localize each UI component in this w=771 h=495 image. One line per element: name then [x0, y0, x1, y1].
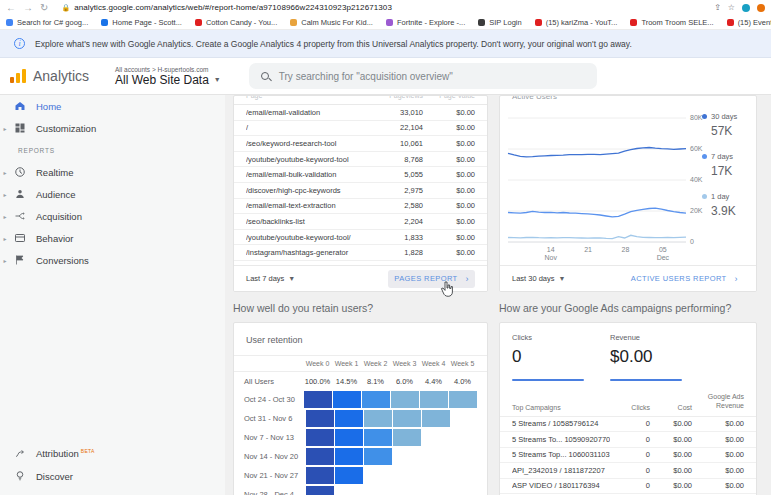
retention-week-header: Week 4 [419, 360, 448, 367]
retention-percent-value: 4.4% [419, 377, 448, 386]
sidebar-item-realtime[interactable]: ▸Realtime [0, 161, 225, 183]
pages-report-link[interactable]: PAGES REPORT › [388, 270, 475, 288]
pageviews-value: 1,828 [361, 248, 423, 257]
favicon [101, 19, 108, 26]
page-path: /youtube/youtube-keyword-tool [246, 155, 361, 164]
expand-chevron-icon[interactable]: ▸ [0, 213, 10, 220]
retention-heat-cell [364, 448, 392, 465]
ads-metric-clicks[interactable]: Clicks0 [512, 333, 584, 381]
behavior-icon [13, 231, 27, 245]
expand-chevron-icon[interactable]: ▸ [0, 169, 10, 176]
pageviews-value: 2,204 [361, 217, 423, 226]
sidebar-item-audience[interactable]: ▸Audience [0, 183, 225, 205]
retention-heat-cell [333, 391, 361, 408]
bookmark-item[interactable]: Home Page - Scott... [101, 18, 182, 27]
analytics-header: Analytics All accounts > H-supertools.co… [0, 58, 771, 95]
page-value: $0.00 [423, 139, 475, 148]
cohort-cells [306, 467, 363, 484]
bookmark-item[interactable]: Troom Troom SELE... [630, 18, 713, 27]
bookmark-item[interactable]: Fortnite - Explore -... [386, 18, 465, 27]
campaign-clicks: 0 [610, 481, 650, 490]
col-page: Page [246, 96, 361, 99]
metric-underline [512, 379, 584, 381]
bookmark-item[interactable]: Cotton Candy - You... [195, 18, 277, 27]
account-switcher[interactable]: All accounts > H-supertools.com All Web … [115, 66, 221, 87]
pages-table-row: /seo/keyword-research-tool10,061$0.00 [234, 136, 487, 152]
bookmark-star-icon[interactable]: ☆ [728, 3, 735, 12]
sidebar-item-label: Audience [36, 189, 76, 200]
forward-icon[interactable]: → [23, 3, 33, 13]
reports-section-label: REPORTS [0, 139, 225, 161]
campaign-cost: $0.00 [650, 419, 692, 428]
metric-value: $0.00 [610, 347, 682, 367]
campaign-row: 5 Streams Top... 106003110370$0.00$0.00 [500, 448, 756, 464]
sidebar-item-discover[interactable]: Discover [0, 465, 225, 487]
active-users-range-selector[interactable]: Last 30 days ▼ [512, 274, 565, 283]
expand-chevron-icon[interactable]: ▸ [0, 191, 10, 198]
url-text[interactable]: analytics.google.com/analytics/web/#/rep… [74, 3, 706, 12]
campaigns-table-header: Top CampaignsClicksCostGoogle AdsRevenue [500, 381, 756, 417]
google-analytics-home-screenshot: ← → ↻ 🔒 analytics.google.com/analytics/w… [0, 0, 771, 495]
sidebar-item-label: Behavior [36, 233, 74, 244]
retention-week-header: Week 3 [390, 360, 419, 367]
page-value: $0.00 [423, 155, 475, 164]
bookmark-item[interactable]: (15) kariZma - YouT... [535, 18, 618, 27]
bookmark-item[interactable]: (15) Events and Fac... [727, 18, 771, 27]
expand-chevron-icon[interactable]: ▸ [0, 235, 10, 242]
bookmark-item[interactable]: Search for C# goog... [6, 18, 88, 27]
brand-title[interactable]: Analytics [33, 68, 89, 84]
sidebar-nav: Home▸CustomizationREPORTS▸Realtime▸Audie… [0, 95, 225, 495]
back-icon[interactable]: ← [6, 3, 16, 13]
sidebar-item-customization[interactable]: ▸Customization [0, 117, 225, 139]
y-axis-tick: 0 [690, 238, 714, 245]
realtime-icon [13, 165, 27, 179]
property-name: All Web Site Data [115, 73, 209, 87]
active-users-report-link[interactable]: ACTIVE USERS REPORT › [625, 270, 744, 288]
attribution-icon [13, 447, 27, 461]
sidebar-item-attribution[interactable]: AttributionBETA [0, 443, 225, 465]
share-icon[interactable]: ⇪ [714, 3, 721, 12]
retention-heat-cell [362, 391, 390, 408]
reload-icon[interactable]: ↻ [40, 3, 48, 13]
ga4-upgrade-banner: i Explore what's new with Google Analyti… [0, 30, 771, 58]
analytics-logo-icon[interactable] [10, 69, 26, 83]
pages-table-row: /email/email-bulk-validation5,055$0.00 [234, 167, 487, 183]
sidebar-item-label: Acquisition [36, 211, 82, 222]
retention-week-header: Week 2 [361, 360, 390, 367]
col-page-value: Page Value [423, 96, 475, 99]
bookmark-item[interactable]: Calm Music For Kid... [290, 18, 373, 27]
favicon [195, 19, 202, 26]
legend-label: 30 days [711, 112, 737, 121]
extension-icon[interactable] [757, 4, 765, 12]
account-path: All accounts > H-supertools.com [115, 66, 221, 73]
campaign-revenue: $0.00 [692, 419, 744, 428]
retention-heat-cell [364, 429, 392, 446]
sidebar-item-conversions[interactable]: ▸Conversions [0, 249, 225, 271]
extension-icon[interactable] [742, 4, 750, 12]
x-axis-tick: 14Nov [536, 246, 566, 263]
pages-table-row: /22,104$0.00 [234, 121, 487, 137]
expand-chevron-icon[interactable]: ▸ [0, 125, 10, 132]
retention-cohort-row: Oct 24 - Oct 30 [234, 390, 487, 409]
pages-range-selector[interactable]: Last 7 days ▼ [246, 274, 295, 283]
sidebar-item-behavior[interactable]: ▸Behavior [0, 227, 225, 249]
campaign-row: API_2342019 / 18118722070$0.00$0.00 [500, 463, 756, 479]
page-value: $0.00 [423, 217, 475, 226]
legend-dot-icon [702, 114, 707, 119]
cohort-date-label: Oct 31 - Nov 6 [244, 414, 306, 423]
retention-week-header: Week 5 [448, 360, 477, 367]
ads-metric-revenue[interactable]: Revenue$0.00 [610, 333, 682, 381]
retention-cohort-row: Nov 28 - Dec 4 [234, 485, 487, 495]
pageviews-value: 5,055 [361, 170, 423, 179]
bookmark-item[interactable]: SIP Login [478, 18, 521, 27]
user-retention-card: User retention Week 0Week 1Week 2Week 3W… [233, 322, 488, 495]
metric-underline [610, 379, 682, 381]
sidebar-item-acquisition[interactable]: ▸Acquisition [0, 205, 225, 227]
sidebar-item-home[interactable]: Home [0, 95, 225, 117]
retention-heat-cell [306, 448, 334, 465]
retention-percent-value: 100.0% [303, 377, 332, 386]
chevron-down-icon: ▼ [559, 275, 566, 282]
search-input[interactable]: Try searching for "acquisition overview" [249, 63, 597, 89]
page-value: $0.00 [423, 248, 475, 257]
expand-chevron-icon[interactable]: ▸ [0, 257, 10, 264]
